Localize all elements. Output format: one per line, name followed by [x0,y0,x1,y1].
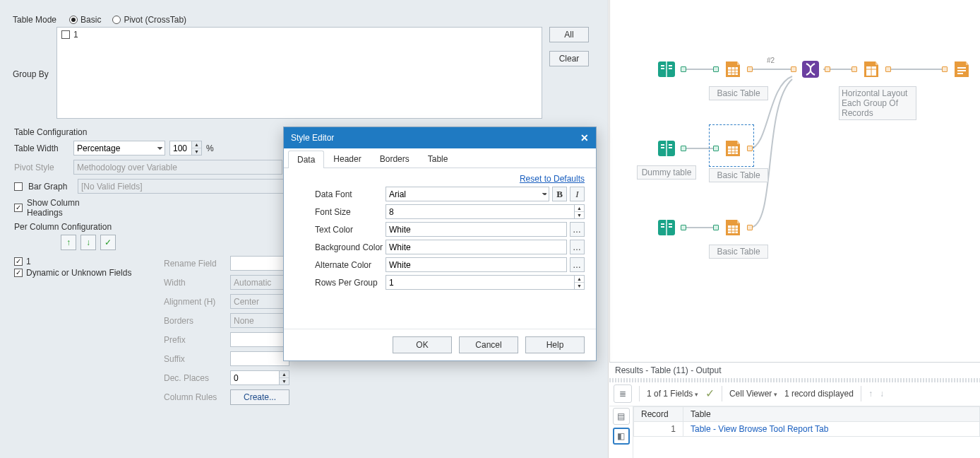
spin-down-icon[interactable]: ▼ [575,283,584,289]
group-by-list[interactable]: 1 [56,27,542,119]
cell-viewer-dropdown[interactable]: Cell Viewer [729,389,777,399]
anchor-out[interactable] [681,146,686,151]
list-item[interactable]: Dynamic or Unknown Fields [14,267,155,278]
node-input-1[interactable] [654,57,679,82]
anchor-out[interactable] [747,66,753,72]
check-icon[interactable]: ✓ [705,387,715,400]
help-button[interactable]: Help [525,336,585,353]
spin-up-icon[interactable]: ▲ [280,371,289,378]
workflow-canvas[interactable]: Basic Table #2 Horizontal Layout Each Gr… [609,0,980,362]
width-select[interactable]: Automatic [230,275,289,290]
list-item[interactable]: 1 [14,256,155,267]
reset-defaults-link[interactable]: Reset to Defaults [295,174,585,184]
table-width-select[interactable]: Percentage [73,141,165,155]
table-row[interactable]: 1 Table - View Browse Tool Report Tab [634,422,980,437]
alt-color-picker-button[interactable]: … [570,257,585,272]
all-button[interactable]: All [549,27,589,42]
spin-down-icon[interactable]: ▼ [192,148,201,155]
anchor-out[interactable] [825,66,830,72]
bar-graph-checkbox[interactable] [14,182,23,191]
node-basic-table-1[interactable] [720,57,746,82]
bg-color-field[interactable] [386,240,567,254]
prefix-field[interactable] [230,332,289,347]
close-icon[interactable]: ✕ [580,132,589,143]
spin-down-icon[interactable]: ▼ [280,378,289,384]
node-label: Horizontal Layout Each Group Of Records [839,86,916,120]
spin-up-icon[interactable]: ▲ [575,205,584,212]
node-basic-table-3[interactable] [720,215,746,240]
anchor-in[interactable] [713,225,719,230]
table-width-value[interactable] [169,141,192,155]
italic-button[interactable]: I [570,187,585,201]
font-size-spinner[interactable]: ▲▼ [386,204,585,219]
anchor-out[interactable] [747,225,753,230]
radio-basic[interactable]: Basic [69,15,101,25]
text-color-field[interactable] [386,222,567,237]
node-input-2[interactable] [654,136,679,161]
anchor-in[interactable] [713,146,719,151]
node-join[interactable] [798,57,823,82]
bold-button[interactable]: B [552,187,567,201]
checkbox-icon[interactable] [14,269,23,277]
view-table-button[interactable]: ▤ [613,408,630,425]
anchor-in[interactable] [851,66,857,72]
node-basic-table-2[interactable] [720,136,746,161]
results-grid[interactable]: Record Table 1 Table - View Browse Tool … [633,406,980,458]
anchor-out[interactable] [885,66,891,72]
move-up-button[interactable]: ↑ [61,235,76,250]
suffix-field[interactable] [230,351,289,366]
cancel-button[interactable]: Cancel [459,336,518,353]
spin-up-icon[interactable]: ▲ [575,276,584,283]
anchor-out[interactable] [681,66,686,72]
cell-table-link[interactable]: Table - View Browse Tool Report Tab [683,422,980,437]
show-headings-checkbox[interactable] [14,204,23,212]
tab-table[interactable]: Table [419,150,458,168]
ok-button[interactable]: OK [393,336,452,353]
checkbox-icon[interactable] [14,257,23,266]
radio-pivot[interactable]: Pivot (CrossTab) [112,15,186,25]
spin-up-icon[interactable]: ▲ [192,141,201,148]
anchor-in[interactable] [791,66,796,72]
data-font-select[interactable]: Arial [386,187,549,201]
font-size-value[interactable] [386,204,575,219]
tab-data[interactable]: Data [288,151,324,168]
move-down-button[interactable]: ↓ [80,235,96,250]
apply-button[interactable]: ✓ [100,235,116,250]
nav-down-icon[interactable]: ↓ [880,389,884,399]
anchor-out[interactable] [681,225,686,230]
rows-per-value[interactable] [386,275,575,290]
tab-header[interactable]: Header [324,150,370,168]
dialog-titlebar[interactable]: Style Editor ✕ [284,127,596,148]
spin-down-icon[interactable]: ▼ [575,212,584,218]
text-color-picker-button[interactable]: … [570,222,585,237]
rename-field[interactable] [230,256,289,271]
anchor-out[interactable] [747,146,753,151]
dec-value[interactable] [230,370,280,385]
col-record[interactable]: Record [634,407,683,422]
node-output[interactable] [949,57,974,82]
alt-color-field[interactable] [386,257,567,272]
anchor-in[interactable] [713,66,719,72]
group-by-item-label: 1 [73,30,78,40]
group-by-item[interactable]: 1 [57,28,542,42]
bg-color-picker-button[interactable]: … [570,240,585,254]
checkbox-icon[interactable] [61,30,70,39]
nav-up-icon[interactable]: ↑ [868,389,873,399]
tab-borders[interactable]: Borders [371,150,419,168]
fields-dropdown[interactable]: 1 of 1 Fields [647,389,698,399]
borders-select[interactable]: None [230,313,289,328]
view-report-button[interactable]: ◧ [613,428,630,445]
anchor-in[interactable] [942,66,948,72]
col-table[interactable]: Table [683,407,980,422]
node-layout[interactable] [859,57,884,82]
rows-per-spinner[interactable]: ▲▼ [386,275,585,290]
per-column-list[interactable]: 1 Dynamic or Unknown Fields [14,256,155,409]
align-select[interactable]: Center [230,294,289,309]
table-width-spinner[interactable]: ▲▼ [169,141,202,155]
metadata-button[interactable]: ≣ [614,384,632,403]
clear-button[interactable]: Clear [549,51,589,66]
node-input-3[interactable] [654,215,679,240]
create-rules-button[interactable]: Create... [230,389,289,405]
table-width-unit: % [206,143,261,153]
dec-spinner[interactable]: ▲▼ [230,370,289,385]
